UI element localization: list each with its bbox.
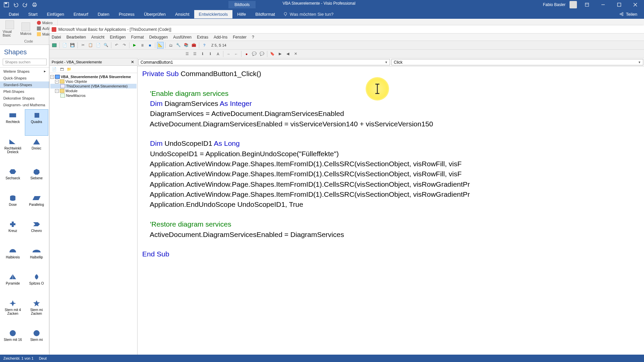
vba-menu-ansicht[interactable]: Ansicht [91,35,104,40]
save-icon[interactable] [3,2,9,8]
shape-rechtw-dreieck[interactable]: Rechtwinkli Dreieck [1,136,24,166]
procedure-dropdown[interactable]: Click▼ [391,59,643,65]
view-code-icon[interactable]: 📄 [51,66,58,73]
tab-ueberpruefen[interactable]: Überprüfen [139,10,170,18]
tb-view-visio-icon[interactable] [51,42,58,49]
shapes-cat-quick[interactable]: Quick-Shapes [0,75,49,81]
shape-siebeneck[interactable]: Siebene [25,166,48,192]
tb-clear-bookmarks-icon[interactable]: ✕ [292,51,299,57]
tab-entwurf[interactable]: Entwurf [69,10,93,18]
vba-menu-debuggen[interactable]: Debuggen [149,35,168,40]
code-editor[interactable]: Private Sub CommandButton1_Click() 'Enab… [138,66,644,355]
vba-menu-extras[interactable]: Extras [197,35,208,40]
tb-properties-icon[interactable]: 🔧 [175,42,182,49]
tell-me-search[interactable]: Was möchten Sie tun? [283,12,333,17]
tb-copy-icon[interactable]: 📋 [87,42,94,49]
macro-record-button[interactable]: Makro [35,20,55,25]
tb-toolbox-icon[interactable]: 🧰 [191,42,197,49]
collapse-icon[interactable]: − [55,80,59,83]
tb-bookmark-icon[interactable]: 🔖 [269,51,276,57]
tb-list-constants-icon[interactable]: ☰ [192,51,198,57]
tab-daten[interactable]: Daten [93,10,114,18]
tb-project-explorer-icon[interactable]: 🗂 [167,42,174,49]
vba-menu-help[interactable]: ? [252,35,254,40]
tb-insert-icon[interactable]: 📄 [61,42,68,49]
tree-item-thisdocument[interactable]: ThisDocument (VBA Steuerelemente) [50,84,137,88]
shape-stern16[interactable]: Stern mit 16 [1,327,24,353]
tb-quick-info-icon[interactable]: ℹ [199,51,206,57]
tb-design-mode-icon[interactable]: 📐 [157,42,164,49]
tb-breakpoint-icon[interactable]: ● [243,51,250,57]
vba-menu-bearbeiten[interactable]: Bearbeiten [66,35,86,40]
shape-chevron[interactable]: Chevro [25,219,48,244]
shapes-cat-decorative[interactable]: Dekorative Shapes [0,95,49,102]
status-page-count[interactable]: Zeichenbl. 1 von 1 [3,356,34,360]
macros-button[interactable]: Makros [19,20,33,38]
collapse-icon[interactable]: − [50,75,54,79]
shape-halbellipse[interactable]: Halbellip [25,245,48,271]
tree-project-root[interactable]: −VBA_Steuerelemente (VBA Steuereleme [50,74,137,79]
shapes-cat-arrow[interactable]: Pfeil-Shapes [0,88,49,95]
redo-icon[interactable] [22,2,28,8]
tb-save-icon[interactable]: 💾 [69,42,76,49]
tab-ansicht[interactable]: Ansicht [170,10,194,18]
tab-bildformat[interactable]: Bildformat [251,10,280,18]
visual-basic-button[interactable]: Visual Basic [3,20,17,38]
maximize-button[interactable] [613,0,625,9]
shape-parallelogramm[interactable]: Parallelog [25,192,48,218]
view-object-icon[interactable]: 🗔 [58,66,65,73]
shape-dose[interactable]: Dose [1,192,24,218]
shape-stern5[interactable]: Stern mi Zacken [25,298,48,327]
tab-start[interactable]: Start [23,10,42,18]
close-button[interactable] [629,0,641,9]
minimize-button[interactable] [597,0,609,9]
toggle-folders-icon[interactable]: 📁 [66,66,72,73]
tab-datei[interactable]: Datei [4,10,23,18]
tb-outdent-icon[interactable]: ← [233,51,239,57]
status-language[interactable]: Deut [39,356,47,360]
undo-icon[interactable] [13,2,19,8]
tb-parameter-info-icon[interactable]: ℹ [207,51,214,57]
tb-find-icon[interactable]: 🔍 [103,42,109,49]
share-button[interactable]: Teilen [612,10,644,18]
tab-prozess[interactable]: Prozess [114,10,139,18]
shape-rechteck[interactable]: Rechteck [1,110,24,135]
tb-complete-word-icon[interactable]: A [215,51,221,57]
shapes-cat-diagram[interactable]: Diagramm- und Mathema [0,102,49,108]
tb-list-properties-icon[interactable]: ☰ [184,51,191,57]
tb-prev-bookmark-icon[interactable]: ◀ [284,51,291,57]
tb-redo-icon[interactable]: ↷ [121,42,127,49]
vba-menu-einfuegen[interactable]: Einfügen [110,35,125,40]
shape-kreuz[interactable]: Kreuz [1,219,24,244]
shape-stern4[interactable]: Stern mit 4 Zacken [1,298,24,327]
vba-menu-addins[interactable]: Add-Ins [214,35,227,40]
tb-uncomment-icon[interactable]: 💬 [259,51,265,57]
shapes-cat-standard[interactable]: Standard-Shapes [0,81,49,88]
vba-menu-fenster[interactable]: Fenster [233,35,247,40]
vba-menu-ausfuehren[interactable]: Ausführen [173,35,192,40]
tab-entwicklertools[interactable]: Entwicklertools [194,10,233,18]
vba-menu-datei[interactable]: Datei [52,35,61,40]
project-close-button[interactable]: ✕ [130,59,135,65]
shape-halbkreis[interactable]: Halbkreis [1,245,24,271]
shape-spitzes-oval[interactable]: Spitzes O [25,271,48,297]
tb-next-bookmark-icon[interactable]: ▶ [277,51,283,57]
shape-pyramide[interactable]: Pyramide [1,271,24,297]
object-dropdown[interactable]: CommandButton1▼ [138,59,390,65]
user-avatar[interactable] [570,1,577,8]
tree-folder-visio-objects[interactable]: −Visio Objekte [50,79,137,84]
tb-reset-icon[interactable]: ■ [147,42,153,49]
tb-object-browser-icon[interactable]: 📚 [183,42,190,49]
collapse-icon[interactable]: − [55,89,59,93]
tab-einfuegen[interactable]: Einfügen [42,10,69,18]
tb-run-icon[interactable]: ▶ [131,42,138,49]
shape-quadrat[interactable]: Quadra [25,110,48,135]
shape-stern-n[interactable]: Stern mi [25,327,48,353]
tb-undo-icon[interactable]: ↶ [113,42,120,49]
tb-break-icon[interactable]: ⏸ [139,42,146,49]
shape-sechseck[interactable]: Sechseck [1,166,24,192]
tb-help-icon[interactable]: ? [201,42,208,49]
ribbon-options-icon[interactable] [581,0,593,9]
project-tree[interactable]: −VBA_Steuerelemente (VBA Steuereleme −Vi… [50,73,137,355]
tb-indent-icon[interactable]: → [225,51,232,57]
